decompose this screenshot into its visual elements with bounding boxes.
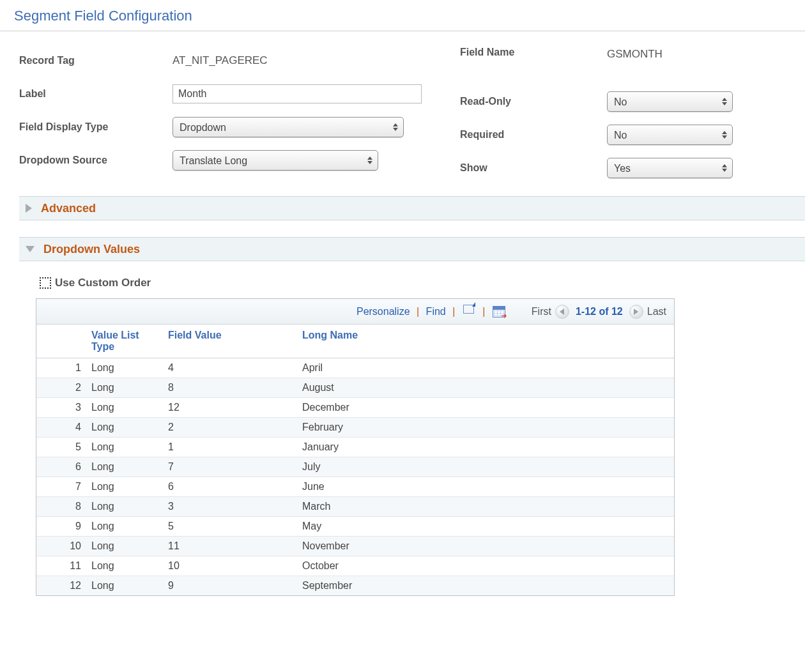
row-field-value: 7 <box>163 457 297 477</box>
dropdown-source-label: Dropdown Source <box>19 155 172 166</box>
label-label: Label <box>19 88 172 100</box>
table-row[interactable]: 12Long9September <box>36 576 674 596</box>
advanced-section-toggle[interactable]: Advanced <box>19 196 805 220</box>
row-long-name: February <box>297 418 674 438</box>
row-long-name: April <box>297 358 674 378</box>
record-tag-label: Record Tag <box>19 55 172 66</box>
personalize-link[interactable]: Personalize <box>356 306 410 317</box>
row-type: Long <box>86 378 163 398</box>
page-title: Segment Field Configuration <box>0 0 805 31</box>
row-long-name: June <box>297 477 674 497</box>
field-name-label: Field Name <box>460 47 607 58</box>
row-type: Long <box>86 497 163 517</box>
row-field-value: 11 <box>163 537 297 556</box>
row-long-name: May <box>297 517 674 537</box>
values-grid: Personalize | Find | | First 1-12 of 12 … <box>36 298 675 596</box>
next-page-button[interactable] <box>629 305 643 319</box>
read-only-label: Read-Only <box>460 96 607 107</box>
col-long-name[interactable]: Long Name <box>297 325 674 358</box>
row-type: Long <box>86 517 163 537</box>
caret-left-icon <box>560 309 564 315</box>
table-row[interactable]: 3Long12December <box>36 398 674 418</box>
caret-down-icon <box>26 246 34 252</box>
dropdown-values-section-title: Dropdown Values <box>43 243 140 256</box>
first-label[interactable]: First <box>532 306 551 317</box>
caret-right-icon <box>26 204 32 213</box>
row-index: 8 <box>36 497 86 517</box>
table-row[interactable]: 10Long11November <box>36 537 674 556</box>
row-long-name: December <box>297 398 674 418</box>
row-index: 11 <box>36 556 86 576</box>
row-index: 4 <box>36 418 86 438</box>
find-link[interactable]: Find <box>426 306 446 317</box>
row-index: 10 <box>36 537 86 556</box>
row-index: 5 <box>36 438 86 457</box>
row-index: 7 <box>36 477 86 497</box>
row-field-value: 4 <box>163 358 297 378</box>
row-long-name: October <box>297 556 674 576</box>
col-index <box>36 325 86 358</box>
row-field-value: 9 <box>163 576 297 596</box>
row-long-name: August <box>297 378 674 398</box>
row-long-name: November <box>297 537 674 556</box>
show-label: Show <box>460 162 607 174</box>
row-field-value: 12 <box>163 398 297 418</box>
row-type: Long <box>86 537 163 556</box>
row-counter: 1-12 of 12 <box>576 306 623 317</box>
table-row[interactable]: 9Long5May <box>36 517 674 537</box>
field-display-type-label: Field Display Type <box>19 121 172 133</box>
use-custom-order-checkbox[interactable] <box>40 277 51 289</box>
row-index: 9 <box>36 517 86 537</box>
required-label: Required <box>460 129 607 141</box>
caret-right-icon <box>634 309 638 315</box>
row-type: Long <box>86 477 163 497</box>
table-row[interactable]: 6Long7July <box>36 457 674 477</box>
row-field-value: 8 <box>163 378 297 398</box>
row-type: Long <box>86 358 163 378</box>
row-long-name: March <box>297 497 674 517</box>
zoom-popout-icon[interactable] <box>462 305 476 318</box>
col-field-value[interactable]: Field Value <box>163 325 297 358</box>
col-value-list-type[interactable]: Value List Type <box>86 325 163 358</box>
field-display-type-select[interactable]: Dropdown <box>172 117 404 137</box>
row-field-value: 1 <box>163 438 297 457</box>
table-row[interactable]: 2Long8August <box>36 378 674 398</box>
label-input[interactable] <box>172 84 422 103</box>
row-type: Long <box>86 438 163 457</box>
dropdown-source-select[interactable]: Translate Long <box>172 150 378 171</box>
row-field-value: 3 <box>163 497 297 517</box>
table-row[interactable]: 5Long1January <box>36 438 674 457</box>
row-index: 2 <box>36 378 86 398</box>
field-name-value: GSMONTH <box>607 47 663 61</box>
row-field-value: 6 <box>163 477 297 497</box>
row-index: 12 <box>36 576 86 596</box>
row-field-value: 5 <box>163 517 297 537</box>
row-index: 6 <box>36 457 86 477</box>
use-custom-order-label: Use Custom Order <box>55 277 151 289</box>
table-row[interactable]: 8Long3March <box>36 497 674 517</box>
table-row[interactable]: 11Long10October <box>36 556 674 576</box>
prev-page-button[interactable] <box>555 305 569 319</box>
row-long-name: January <box>297 438 674 457</box>
grid-toolbar: Personalize | Find | | First 1-12 of 12 … <box>36 299 674 325</box>
row-type: Long <box>86 418 163 438</box>
record-tag-value: AT_NIT_PAGEREC <box>172 54 268 67</box>
divider <box>0 31 805 31</box>
row-type: Long <box>86 576 163 596</box>
row-long-name: July <box>297 457 674 477</box>
advanced-section-title: Advanced <box>41 202 96 215</box>
table-row[interactable]: 4Long2February <box>36 418 674 438</box>
dropdown-values-section-toggle[interactable]: Dropdown Values <box>19 237 805 261</box>
download-spreadsheet-icon[interactable] <box>492 305 506 318</box>
read-only-select[interactable]: No <box>607 91 733 112</box>
row-index: 3 <box>36 398 86 418</box>
separator: | <box>450 306 458 317</box>
last-label[interactable]: Last <box>647 306 666 317</box>
table-row[interactable]: 7Long6June <box>36 477 674 497</box>
table-row[interactable]: 1Long4April <box>36 358 674 378</box>
row-field-value: 10 <box>163 556 297 576</box>
required-select[interactable]: No <box>607 125 733 145</box>
separator: | <box>480 306 488 317</box>
row-type: Long <box>86 457 163 477</box>
show-select[interactable]: Yes <box>607 158 733 178</box>
